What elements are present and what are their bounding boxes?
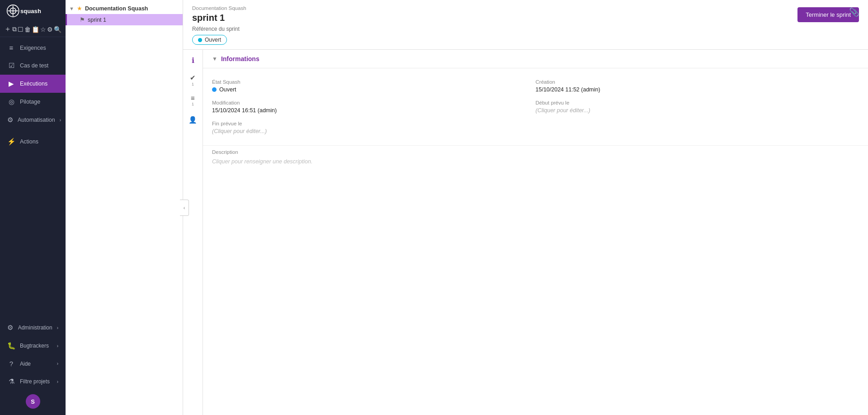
description-label: Description: [212, 149, 859, 155]
copy2-icon[interactable]: ☐: [18, 26, 24, 33]
automatisation-icon: ⚙: [7, 116, 13, 124]
actions-icon: ⚡: [7, 138, 15, 146]
search-icon[interactable]: 🔍: [54, 26, 61, 33]
filtre-arrow-icon: ›: [57, 379, 58, 384]
tab-list[interactable]: ≡ 1: [184, 91, 202, 109]
modification-label: Modification: [212, 100, 536, 105]
delete-icon[interactable]: 🗑: [24, 26, 31, 33]
collapse-tree-button[interactable]: ‹: [180, 200, 189, 216]
aide-icon: ?: [7, 360, 15, 367]
clipboard-icon[interactable]: 📋: [32, 26, 39, 33]
list-tab-icon: ≡: [191, 94, 195, 102]
sidebar-item-aide-label: Aide: [20, 361, 31, 367]
tree-child-item[interactable]: ⚑ sprint 1: [66, 14, 183, 25]
sidebar-item-exigences[interactable]: ≡ Exigences: [0, 39, 66, 57]
executions-tab-badge: 1: [192, 82, 194, 86]
tab-info[interactable]: ℹ: [184, 52, 202, 69]
user-avatar[interactable]: S: [26, 394, 40, 409]
tree-root-item[interactable]: ▼ ★ Documentation Squash: [66, 3, 183, 14]
fin-value[interactable]: (Cliquer pour éditer...): [212, 128, 536, 134]
sidebar-item-bugtrackers[interactable]: 🐛 Bugtrackers ›: [0, 337, 66, 355]
tree-child-label: sprint 1: [88, 17, 106, 23]
etat-row: État Squash Ouvert: [212, 76, 536, 96]
attachment-icon[interactable]: 📎: [849, 7, 859, 17]
info-col-left: État Squash Ouvert Modification 15/10/20…: [212, 76, 536, 138]
fin-row: Fin prévue le (Cliquer pour éditer...): [212, 117, 536, 138]
sidebar-item-cas-de-test[interactable]: ☑ Cas de test: [0, 57, 66, 75]
sprint-ref-label: Référence du sprint: [192, 26, 246, 32]
main-header: Documentation Squash sprint 1 Référence …: [183, 0, 868, 50]
fin-label: Fin prévue le: [212, 121, 536, 126]
svg-text:squash: squash: [20, 8, 41, 14]
etat-value: Ouvert: [212, 86, 536, 93]
description-section: Description Cliquer pour renseigner une …: [203, 145, 868, 174]
sidebar-item-filtre-projets-label: Filtre projets: [20, 378, 50, 385]
description-placeholder[interactable]: Cliquer pour renseigner une description.: [212, 158, 859, 165]
debut-value[interactable]: (Cliquer pour éditer...): [536, 107, 859, 114]
info-col-right: Création 15/10/2024 11:52 (admin) Début …: [536, 76, 859, 138]
filtre-icon: ⚗: [7, 377, 15, 386]
user-avatar-letter: S: [31, 398, 35, 405]
debut-row: Début prévu le (Cliquer pour éditer...): [536, 96, 859, 117]
side-tabs: ℹ ✔ 1 ≡ 1 👤: [183, 50, 203, 415]
copy1-icon[interactable]: ⧉: [12, 25, 17, 33]
info-grid: État Squash Ouvert Modification 15/10/20…: [203, 68, 868, 145]
automatisation-arrow-icon: ›: [60, 118, 61, 123]
sidebar-item-aide[interactable]: ? Aide ›: [0, 355, 66, 372]
sidebar-item-administration[interactable]: ⚙ Administration ›: [0, 319, 66, 337]
sidebar-item-actions-label: Actions: [20, 138, 38, 145]
debut-label: Début prévu le: [536, 100, 859, 105]
gear-icon[interactable]: ⚙: [47, 26, 53, 33]
info-section-title: Informations: [221, 55, 259, 62]
sidebar-item-filtre-projets[interactable]: ⚗ Filtre projets ›: [0, 372, 66, 391]
sidebar-item-automatisation-label: Automatisation: [18, 117, 55, 123]
user-tab-icon: 👤: [189, 116, 197, 124]
creation-row: Création 15/10/2024 11:52 (admin): [536, 76, 859, 96]
sidebar-item-cas-de-test-label: Cas de test: [20, 62, 48, 69]
list-tab-badge: 1: [192, 102, 194, 106]
pilotage-icon: ◎: [7, 98, 15, 106]
bugtrackers-icon: 🐛: [7, 342, 15, 350]
aide-arrow-icon: ›: [57, 361, 58, 366]
etat-text: Ouvert: [219, 86, 236, 93]
modification-value: 15/10/2024 16:51 (admin): [212, 107, 536, 114]
add-icon[interactable]: ＋: [4, 24, 11, 34]
sidebar-item-pilotage-label: Pilotage: [20, 99, 40, 105]
sidebar-bottom: ⚙ Administration › 🐛 Bugtrackers › ? Aid…: [0, 319, 66, 415]
tab-executions[interactable]: ✔ 1: [184, 72, 202, 89]
executions-tab-icon: ✔: [190, 74, 196, 82]
executions-icon: ▶: [7, 80, 15, 88]
star-icon[interactable]: ☆: [40, 26, 46, 33]
sidebar-item-exigences-label: Exigences: [20, 45, 46, 51]
main-content: Documentation Squash sprint 1 Référence …: [183, 0, 868, 415]
sidebar-item-actions[interactable]: ⚡ Actions: [0, 133, 66, 151]
star-favorite-icon[interactable]: ★: [77, 5, 82, 12]
cas-de-test-icon: ☑: [7, 62, 15, 70]
breadcrumb: Documentation Squash: [192, 5, 246, 11]
collapse-icon: ▼: [69, 6, 74, 11]
sidebar-item-executions-label: Exécutions: [20, 81, 47, 87]
content-area: ℹ ✔ 1 ≡ 1 👤 ▼ Informations: [183, 50, 868, 415]
bugtrackers-arrow-icon: ›: [57, 343, 58, 348]
info-section-header[interactable]: ▼ Informations: [203, 50, 868, 68]
sidebar-item-pilotage[interactable]: ◎ Pilotage: [0, 93, 66, 111]
status-dot: [198, 38, 202, 42]
creation-label: Création: [536, 79, 859, 85]
admin-arrow-icon: ›: [57, 325, 58, 330]
administration-icon: ⚙: [7, 324, 14, 332]
main-nav: ≡ Exigences ☑ Cas de test ▶ Exécutions ◎…: [0, 37, 66, 319]
tree-content: ▼ ★ Documentation Squash ⚑ sprint 1: [66, 0, 183, 415]
sidebar-item-executions[interactable]: ▶ Exécutions: [0, 75, 66, 93]
sidebar-item-administration-label: Administration: [18, 324, 52, 331]
sidebar-item-bugtrackers-label: Bugtrackers: [20, 343, 49, 349]
status-badge[interactable]: Ouvert: [192, 35, 227, 45]
tab-user[interactable]: 👤: [184, 111, 202, 129]
section-chevron-icon: ▼: [212, 56, 217, 62]
creation-value: 15/10/2024 11:52 (admin): [536, 86, 859, 93]
modification-row: Modification 15/10/2024 16:51 (admin): [212, 96, 536, 117]
sidebar-item-automatisation[interactable]: ⚙ Automatisation ›: [0, 111, 66, 129]
logo: squash: [0, 0, 66, 22]
header-left: Documentation Squash sprint 1 Référence …: [192, 5, 246, 45]
sidebar: squash ＋ ⧉ ☐ 🗑 📋 ☆ ⚙ 🔍 ≡ Exigences ☑ Cas…: [0, 0, 66, 415]
tree-root-label: Documentation Squash: [85, 5, 148, 12]
